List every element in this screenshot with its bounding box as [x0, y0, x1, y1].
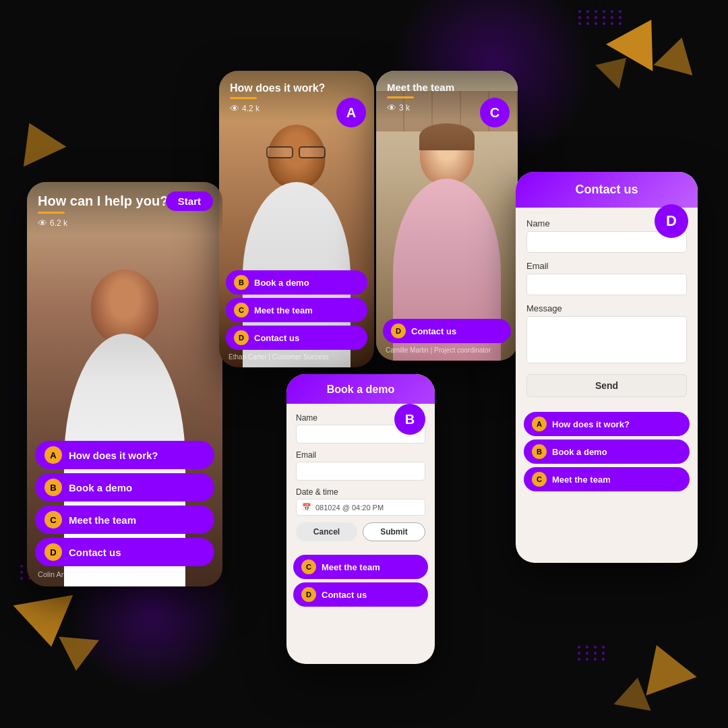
option-b-contact[interactable]: B Book a demo: [524, 439, 690, 464]
email-label: Email: [296, 450, 425, 460]
datetime-value: 081024 @ 04:20 PM: [315, 504, 384, 512]
badge-c-contact: C: [532, 472, 547, 487]
submit-button[interactable]: Submit: [363, 522, 425, 541]
badge-d: D: [44, 543, 62, 561]
option-d-meet-label: Contact us: [411, 326, 456, 336]
option-d-how-label: Contact us: [254, 333, 299, 343]
badge-d-meet: D: [391, 324, 406, 338]
eye-icon-how: 👁: [230, 103, 239, 114]
contact-message-input[interactable]: [526, 316, 687, 363]
book-menu: C Meet the team D Contact us: [286, 555, 435, 617]
accent-line-how: [230, 97, 257, 99]
badge-b: B: [44, 479, 62, 496]
badge-b-how: B: [234, 275, 249, 290]
cancel-button[interactable]: Cancel: [296, 522, 357, 541]
datetime-field[interactable]: 📅 081024 @ 04:20 PM: [296, 499, 425, 516]
badge-c: C: [44, 511, 62, 528]
option-c-label: Meet the team: [69, 514, 136, 526]
contact-header: Contact us: [516, 172, 698, 208]
badge-d-book: D: [301, 587, 316, 602]
person-label-meet: Camille Martin | Project coordinator: [383, 346, 511, 354]
card-badge-how: A: [336, 98, 366, 127]
dot-pattern: [578, 646, 607, 661]
person-label: Colin Andersen | HR Manager: [35, 570, 214, 578]
contact-form: Name Email Message Send: [516, 208, 698, 412]
option-b[interactable]: B Book a demo: [35, 473, 214, 502]
option-d-label: Contact us: [69, 547, 121, 558]
main-card: How can I help you? 👁 6.2 k Start A How …: [27, 182, 222, 586]
option-a[interactable]: A How does it work?: [35, 441, 214, 469]
option-c-book[interactable]: C Meet the team: [293, 555, 428, 579]
deco-arrow: [614, 674, 657, 710]
badge-d-how: D: [234, 330, 249, 345]
option-d-book[interactable]: D Contact us: [293, 582, 428, 607]
meet-card: Meet the team 👁 3 k C D Contact us Camil…: [376, 71, 518, 361]
book-header: Book a demo: [286, 374, 435, 404]
how-card: How does it work? 👁 4.2 k A B Book a dem…: [219, 71, 374, 367]
card-menu-how: B Book a demo C Meet the team D Contact …: [219, 270, 374, 367]
book-card: Book a demo B Name Email Date & time 📅 0…: [286, 374, 435, 664]
email-input[interactable]: [296, 462, 425, 481]
badge-b-contact: B: [532, 444, 547, 459]
badge-a-contact: A: [532, 417, 547, 431]
contact-menu: A How does it work? B Book a demo C Meet…: [516, 412, 698, 503]
book-title: Book a demo: [297, 384, 424, 396]
accent-line: [38, 212, 65, 214]
option-b-how[interactable]: B Book a demo: [226, 270, 367, 295]
contact-email-label: Email: [526, 261, 687, 271]
dot-pattern: [578, 10, 624, 25]
option-a-contact-label: How does it work?: [552, 419, 630, 429]
card-badge-contact: D: [655, 204, 688, 238]
option-b-contact-label: Book a demo: [552, 447, 607, 457]
option-c-how-label: Meet the team: [254, 305, 313, 315]
view-count: 👁 6.2 k: [38, 218, 212, 229]
datetime-label: Date & time: [296, 487, 425, 497]
start-button[interactable]: Start: [166, 191, 213, 211]
card-menu: A How does it work? B Book a demo C Meet…: [27, 441, 222, 586]
card-title-meet: Meet the team: [387, 82, 507, 94]
person-label-how: Ethan Carter | Customer Success: [226, 353, 367, 361]
card-title-how: How does it work?: [230, 82, 363, 94]
option-b-label: Book a demo: [69, 482, 132, 493]
option-b-how-label: Book a demo: [254, 278, 309, 288]
badge-a: A: [44, 446, 62, 464]
deco-arrow: [56, 636, 99, 672]
accent-line-meet: [387, 96, 414, 98]
contact-card: Contact us D Name Email Message Send A H…: [516, 172, 698, 563]
calendar-icon: 📅: [302, 503, 311, 512]
eye-icon-meet: 👁: [387, 102, 396, 113]
option-d[interactable]: D Contact us: [35, 538, 214, 566]
contact-email-input[interactable]: [526, 274, 687, 295]
option-d-meet[interactable]: D Contact us: [383, 319, 511, 343]
eye-icon: 👁: [38, 218, 47, 229]
option-c-contact-label: Meet the team: [552, 475, 611, 485]
option-c-how[interactable]: C Meet the team: [226, 298, 367, 322]
form-actions: Cancel Submit: [296, 522, 425, 541]
badge-c-how: C: [234, 303, 249, 317]
option-c[interactable]: C Meet the team: [35, 506, 214, 534]
option-a-contact[interactable]: A How does it work?: [524, 412, 690, 436]
option-d-book-label: Contact us: [322, 590, 367, 600]
contact-message-label: Message: [526, 303, 687, 313]
contact-title: Contact us: [526, 183, 687, 197]
card-badge-book: B: [394, 404, 425, 435]
card-menu-meet: D Contact us Camille Martin | Project co…: [376, 319, 518, 361]
option-c-book-label: Meet the team: [322, 562, 380, 572]
send-button[interactable]: Send: [526, 374, 687, 397]
badge-c-book: C: [301, 559, 316, 574]
option-c-contact[interactable]: C Meet the team: [524, 467, 690, 491]
option-a-label: How does it work?: [69, 450, 158, 461]
option-d-how[interactable]: D Contact us: [226, 326, 367, 350]
card-badge-meet: C: [480, 98, 510, 127]
